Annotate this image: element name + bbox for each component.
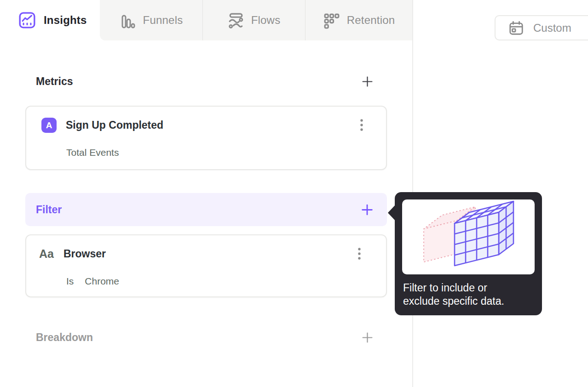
metric-event-name[interactable]: Sign Up Completed <box>66 119 163 131</box>
metric-series-badge: A <box>41 118 57 133</box>
filter-section-title: Filter <box>36 204 62 216</box>
insights-chart-icon <box>18 11 36 29</box>
filter-property-name[interactable]: Browser <box>63 248 106 260</box>
tab-separator <box>305 0 306 40</box>
tab-retention-label: Retention <box>347 14 395 27</box>
filter-operator[interactable]: Is <box>66 276 74 286</box>
add-breakdown-button[interactable] <box>361 331 373 343</box>
report-tabbar: Insights Funnels <box>0 0 413 40</box>
tab-flows[interactable]: Flows <box>202 0 305 40</box>
metric-options-kebab-icon[interactable] <box>355 118 369 133</box>
tooltip-illustration-panel <box>402 199 535 274</box>
tooltip-arrow <box>388 205 395 221</box>
tab-insights-label: Insights <box>44 14 87 27</box>
tab-flows-label: Flows <box>251 14 281 27</box>
custom-date-range-button[interactable]: Custom <box>495 15 588 40</box>
tab-separator <box>202 0 203 40</box>
tab-insights[interactable]: Insights <box>0 0 100 40</box>
metrics-section-title: Metrics <box>36 75 73 88</box>
filter-help-tooltip: Filter to include or exclude specific da… <box>395 192 542 315</box>
tab-funnels-label: Funnels <box>143 14 183 27</box>
funnels-icon <box>120 12 136 28</box>
breakdown-section-title: Breakdown <box>36 331 93 344</box>
metric-aggregation[interactable]: Total Events <box>66 147 119 158</box>
tab-retention[interactable]: Retention <box>305 0 413 40</box>
filter-options-kebab-icon[interactable] <box>352 246 366 262</box>
custom-date-range-label: Custom <box>533 22 571 34</box>
filter-value[interactable]: Chrome <box>85 276 119 286</box>
metric-card[interactable]: A Sign Up Completed Total Events <box>25 106 387 170</box>
text-property-icon: Aa <box>39 247 54 261</box>
filter-section-header: Filter <box>25 193 387 226</box>
flows-icon <box>227 12 244 29</box>
calendar-icon <box>508 20 524 36</box>
breakdown-section-header: Breakdown <box>25 330 387 345</box>
filter-cubes-illustration <box>411 200 526 274</box>
metrics-section-header: Metrics <box>25 74 387 89</box>
filter-condition: IsChrome <box>66 276 119 287</box>
filter-card[interactable]: Aa Browser IsChrome <box>25 234 387 297</box>
retention-icon <box>323 12 340 29</box>
add-metric-button[interactable] <box>361 75 373 87</box>
tooltip-text: Filter to include or exclude specific da… <box>403 281 525 308</box>
insights-page: Insights Funnels <box>0 0 588 387</box>
tab-funnels[interactable]: Funnels <box>100 0 202 40</box>
add-filter-button[interactable] <box>361 204 373 216</box>
